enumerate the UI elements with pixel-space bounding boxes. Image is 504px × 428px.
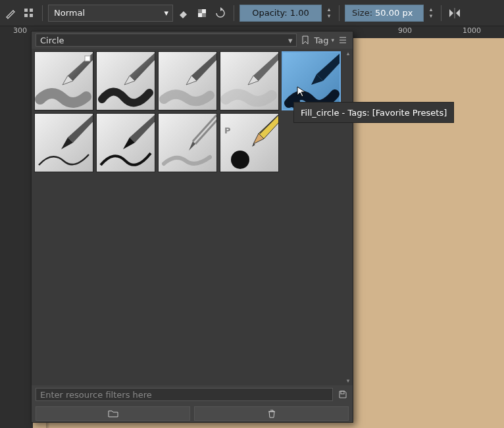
ruler-tick: 300 — [13, 26, 27, 35]
chevron-down-icon: ▾ — [164, 8, 168, 18]
ruler-tick: 1000 — [463, 26, 481, 35]
opacity-spinner[interactable]: ▴▾ — [324, 7, 334, 20]
scroll-up-icon[interactable]: ▴ — [347, 50, 350, 57]
svg-text:P: P — [224, 126, 231, 135]
delete-preset-button[interactable] — [194, 406, 349, 421]
tag-label[interactable]: Tag — [314, 36, 328, 45]
filter-placeholder: Enter resource filters here — [40, 390, 152, 400]
panel-header: Circle ▾ Tag ▾ — [32, 32, 353, 49]
svg-rect-0 — [24, 9, 28, 12]
size-slider[interactable]: Size: 50.00 px — [345, 5, 424, 22]
list-mode-icon[interactable] — [337, 34, 349, 46]
save-icon[interactable] — [337, 389, 349, 400]
chevron-down-icon: ▾ — [331, 37, 334, 43]
svg-rect-16 — [341, 391, 344, 394]
search-text: Circle — [40, 36, 64, 45]
bookmark-icon[interactable] — [299, 34, 311, 46]
scrollbar-vertical[interactable]: ▴ ▾ — [343, 49, 353, 385]
brush-preset-panel: Circle ▾ Tag ▾ — [31, 31, 353, 423]
svg-rect-5 — [198, 9, 202, 13]
size-label: Size: — [352, 8, 372, 18]
preset-thumb[interactable] — [158, 113, 217, 172]
vertical-ruler — [0, 26, 33, 428]
eraser-mode-icon[interactable] — [176, 5, 191, 21]
blend-mode-label: Normal — [54, 8, 85, 18]
preset-thumb[interactable] — [220, 51, 279, 110]
preset-grid: P — [32, 49, 343, 385]
blend-mode-select[interactable]: Normal ▾ — [48, 5, 173, 22]
chevron-down-icon: ▾ — [288, 36, 293, 45]
preset-thumb[interactable] — [34, 51, 93, 110]
scroll-down-icon[interactable]: ▾ — [347, 377, 350, 384]
opacity-label: Opacity: — [252, 8, 287, 18]
svg-rect-2 — [24, 14, 28, 17]
compositions-icon[interactable] — [21, 5, 37, 21]
brush-editor-icon[interactable] — [3, 5, 18, 21]
opacity-value: 1.00 — [290, 8, 309, 18]
svg-rect-3 — [30, 14, 33, 17]
tooltip: Fill_circle - Tags: [Favorite Presets] — [293, 102, 454, 123]
svg-rect-11 — [85, 56, 90, 61]
opacity-slider[interactable]: Opacity: 1.00 — [239, 5, 322, 22]
alpha-lock-icon[interactable] — [194, 5, 210, 21]
resource-filter-input[interactable]: Enter resource filters here — [36, 388, 333, 401]
top-toolbar: Normal ▾ Opacity: 1.00 ▴▾ Size: 50.00 px… — [0, 0, 504, 26]
mirror-horizontal-icon[interactable] — [447, 5, 463, 21]
trash-icon — [267, 409, 276, 418]
preset-thumb[interactable] — [96, 113, 155, 172]
tooltip-text: Fill_circle - Tags: [Favorite Presets] — [301, 108, 447, 118]
svg-point-15 — [231, 151, 249, 169]
svg-rect-6 — [202, 13, 206, 17]
preset-thumb[interactable] — [34, 113, 93, 172]
svg-rect-1 — [30, 9, 33, 12]
preset-thumb[interactable] — [96, 51, 155, 110]
preset-thumb[interactable]: P — [220, 113, 279, 172]
ruler-tick: 900 — [398, 26, 412, 35]
reload-preset-icon[interactable] — [213, 5, 228, 21]
open-preset-button[interactable] — [36, 406, 190, 421]
folder-icon — [108, 409, 118, 418]
preset-thumb[interactable] — [158, 51, 217, 110]
size-spinner[interactable]: ▴▾ — [426, 7, 436, 20]
size-value: 50.00 px — [375, 8, 413, 18]
preset-search-input[interactable]: Circle ▾ — [36, 34, 297, 47]
